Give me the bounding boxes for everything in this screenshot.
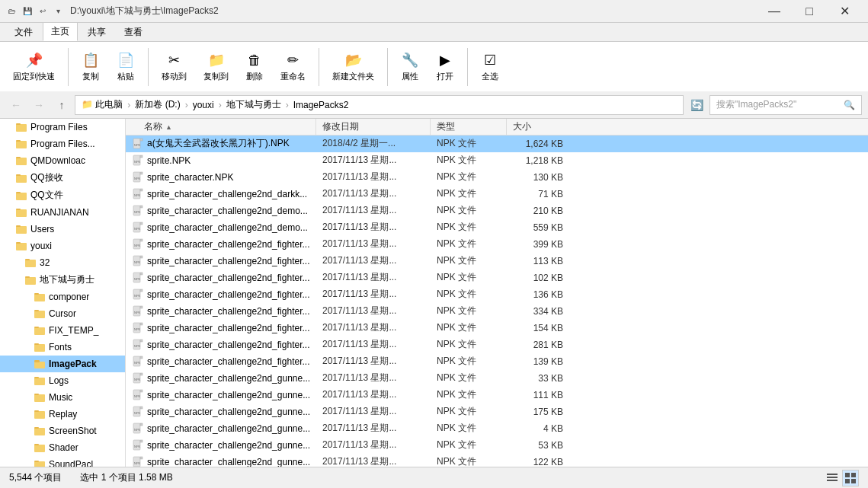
ribbon-tab-file[interactable]: 文件	[6, 23, 41, 41]
table-row[interactable]: NPK sprite_character_challenge2nd_demo..…	[126, 203, 868, 219]
sidebar-item-component[interactable]: componer	[0, 289, 125, 305]
file-name-text: sprite_character_challenge2nd_gunne...	[147, 457, 310, 467]
svg-rect-66	[140, 222, 143, 225]
table-row[interactable]: NPK sprite_character_challenge2nd_gunne.…	[126, 420, 868, 437]
folder-icon	[34, 408, 46, 420]
sidebar-item-soundpack[interactable]: SoundPacl	[0, 456, 125, 467]
sidebar-item-qq-recv[interactable]: QQ接收	[0, 169, 125, 187]
table-row[interactable]: NPK sprite_character_challenge2nd_fighte…	[126, 253, 868, 270]
file-name-text: sprite_character.NPK	[147, 172, 233, 183]
breadcrumb-youxi[interactable]: youxi	[193, 100, 214, 110]
ribbon-tab-home[interactable]: 主页	[43, 22, 78, 41]
file-name-text: sprite_character_challenge2nd_fighter...	[147, 306, 309, 317]
search-box[interactable]: 搜索"ImagePacks2" 🔍	[709, 95, 862, 115]
table-row[interactable]: NPK sprite_character_challenge2nd_fighte…	[126, 353, 868, 370]
address-bar: ← → ↑ 📁 此电脑 › 新加卷 (D:) › youxi › 地下城与勇士 …	[0, 91, 868, 119]
close-button[interactable]: ✕	[827, 0, 862, 23]
sidebar-item-cursor[interactable]: Cursor	[0, 305, 125, 322]
table-row[interactable]: NPK sprite_character_challenge2nd_gunne.…	[126, 454, 868, 467]
sidebar-label: ImagePack	[49, 359, 97, 369]
minimize-button[interactable]: —	[757, 0, 792, 23]
table-row[interactable]: NPK sprite_character_challenge2nd_fighte…	[126, 320, 868, 336]
table-row[interactable]: NPK sprite_character_challenge2nd_gunne.…	[126, 370, 868, 387]
large-icon-view-button[interactable]	[842, 470, 859, 486]
col-header-size[interactable]: 大小	[507, 119, 868, 136]
sidebar-item-screenshot[interactable]: ScreenShot	[0, 423, 125, 439]
forward-button[interactable]: →	[29, 95, 49, 115]
svg-rect-38	[34, 445, 45, 452]
sidebar-item-program-files[interactable]: Program Files	[0, 119, 125, 136]
file-name-text: a(女鬼天全武器改长黑刀补丁).NPK	[147, 137, 290, 150]
select-all-button[interactable]: ☑ 全选	[474, 47, 506, 86]
folder-icon	[34, 375, 46, 387]
pin-button[interactable]: 📌 固定到快速	[6, 47, 62, 86]
ribbon-tab-view[interactable]: 查看	[116, 23, 151, 41]
svg-rect-114	[140, 423, 143, 426]
breadcrumb-game[interactable]: 地下城与勇士	[226, 98, 281, 111]
svg-rect-118	[140, 440, 143, 442]
sidebar-label: Logs	[49, 375, 69, 386]
svg-text:NPK: NPK	[134, 294, 141, 298]
maximize-button[interactable]: □	[792, 0, 827, 23]
table-row[interactable]: NPK a(女鬼天全武器改长黑刀补丁).NPK 2018/4/2 星期一... …	[126, 136, 868, 152]
delete-button[interactable]: 🗑 删除	[239, 47, 271, 86]
col-date-label: 修改日期	[322, 120, 359, 133]
table-row[interactable]: NPK sprite_character_challenge2nd_demo..…	[126, 219, 868, 236]
ribbon-tab-share[interactable]: 共享	[79, 23, 114, 41]
sidebar-item-shader[interactable]: Shader	[0, 439, 125, 456]
dropdown-icon[interactable]: ▾	[52, 5, 64, 18]
sidebar-item-youxi[interactable]: youxi	[0, 238, 125, 254]
col-header-date[interactable]: 修改日期	[316, 119, 431, 136]
sidebar-item-users[interactable]: Users	[0, 221, 125, 238]
col-header-name[interactable]: 名称 ▲	[126, 119, 316, 136]
open-button[interactable]: ▶ 打开	[429, 47, 461, 86]
file-list: NPK a(女鬼天全武器改长黑刀补丁).NPK 2018/4/2 星期一... …	[126, 136, 868, 467]
paste-button[interactable]: 📄 粘贴	[110, 47, 142, 86]
file-list-header: 名称 ▲ 修改日期 类型 大小	[126, 119, 868, 136]
sidebar-item-game[interactable]: 地下城与勇士	[0, 271, 125, 289]
copy-button[interactable]: 📋 复制	[75, 47, 107, 86]
table-row[interactable]: NPK sprite_character_challenge2nd_darkk.…	[126, 186, 868, 203]
sidebar-item-32[interactable]: 32	[0, 254, 125, 271]
properties-button[interactable]: 🔧 属性	[394, 47, 426, 86]
breadcrumb-pc[interactable]: 📁 此电脑	[82, 98, 123, 111]
sidebar-item-imagepacks[interactable]: ImagePack	[0, 356, 125, 372]
up-button[interactable]: ↑	[52, 95, 72, 115]
col-header-type[interactable]: 类型	[431, 119, 507, 136]
table-row[interactable]: NPK sprite_character_challenge2nd_fighte…	[126, 336, 868, 353]
sidebar-item-qq-files[interactable]: QQ文件	[0, 187, 125, 204]
table-row[interactable]: NPK sprite_character_challenge2nd_fighte…	[126, 303, 868, 320]
table-row[interactable]: NPK sprite.NPK 2017/11/13 星期... NPK 文件 1…	[126, 152, 868, 169]
move-button[interactable]: ✂ 移动到	[155, 47, 194, 86]
folder-icon	[15, 206, 27, 218]
back-button[interactable]: ←	[6, 95, 26, 115]
sidebar-item-fonts[interactable]: Fonts	[0, 339, 125, 356]
table-row[interactable]: NPK sprite_character_challenge2nd_gunne.…	[126, 387, 868, 403]
sidebar-item-logs[interactable]: Logs	[0, 372, 125, 389]
breadcrumb-current[interactable]: ImagePacks2	[293, 100, 349, 110]
table-row[interactable]: NPK sprite_character.NPK 2017/11/13 星期..…	[126, 169, 868, 186]
table-row[interactable]: NPK sprite_character_challenge2nd_gunne.…	[126, 437, 868, 454]
details-view-button[interactable]	[824, 470, 841, 486]
folder-icon	[24, 274, 37, 286]
table-row[interactable]: NPK sprite_character_challenge2nd_fighte…	[126, 236, 868, 253]
breadcrumb-drive[interactable]: 新加卷 (D:)	[135, 98, 180, 111]
move-label: 移动到	[162, 71, 187, 82]
sidebar-item-fix-temp[interactable]: FIX_TEMP_	[0, 322, 125, 339]
sidebar-item-qmdownload[interactable]: QMDownloac	[0, 152, 125, 169]
table-row[interactable]: NPK sprite_character_challenge2nd_gunne.…	[126, 403, 868, 420]
breadcrumb-bar[interactable]: 📁 此电脑 › 新加卷 (D:) › youxi › 地下城与勇士 › Imag…	[75, 95, 684, 115]
table-row[interactable]: NPK sprite_character_challenge2nd_fighte…	[126, 270, 868, 286]
file-name-text: sprite_character_challenge2nd_demo...	[147, 222, 308, 233]
new-folder-button[interactable]: 📂 新建文件夹	[325, 47, 381, 86]
sidebar-item-program-files-x86[interactable]: Program Files...	[0, 136, 125, 152]
rename-button[interactable]: ✏ 重命名	[274, 47, 312, 86]
svg-rect-50	[140, 155, 143, 158]
sidebar-item-music[interactable]: Music	[0, 389, 125, 406]
sidebar-item-ruanjianan[interactable]: RUANJIANAN	[0, 204, 125, 221]
table-row[interactable]: NPK sprite_character_challenge2nd_fighte…	[126, 286, 868, 303]
file-size: 139 KB	[507, 356, 575, 367]
refresh-button[interactable]: 🔄	[687, 95, 706, 115]
sidebar-item-replay[interactable]: Replay	[0, 406, 125, 423]
copy-to-button[interactable]: 📁 复制到	[197, 47, 235, 86]
